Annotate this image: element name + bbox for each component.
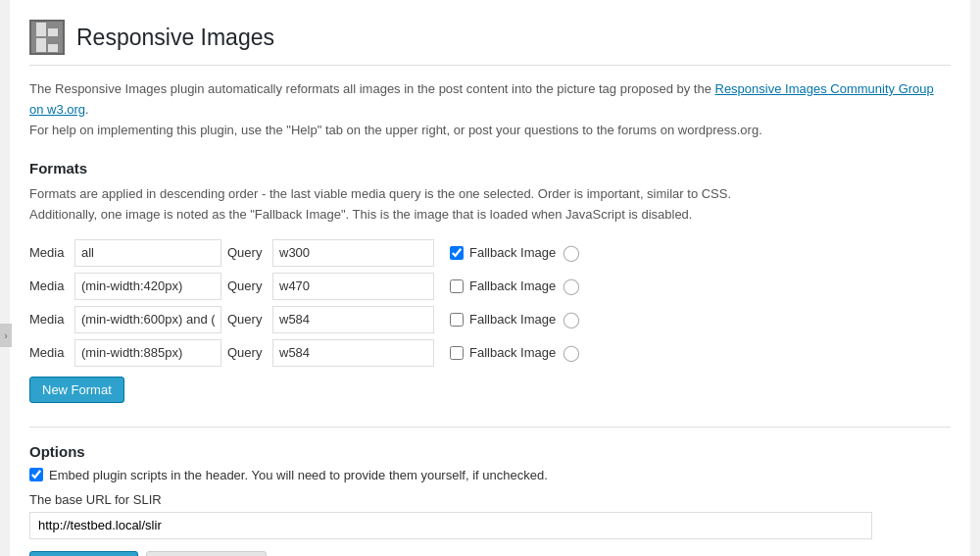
embed-label: Embed plugin scripts in the header. You … [49, 468, 548, 482]
query-label-1: Query [227, 245, 267, 260]
media-input-1[interactable] [74, 239, 221, 267]
query-input-2[interactable] [272, 273, 434, 300]
fallback-checkbox-2[interactable] [450, 279, 464, 293]
format-row-3: Media Query Fallback Image ◯ [29, 306, 951, 333]
fallback-group-4: Fallback Image ◯ [450, 345, 579, 361]
save-changes-button[interactable]: Save Changes [29, 551, 138, 556]
fallback-label-1: Fallback Image [469, 245, 558, 260]
media-input-2[interactable] [74, 273, 221, 300]
embed-checkbox[interactable] [29, 468, 43, 481]
query-input-1[interactable] [272, 239, 434, 267]
description-text-2: .For help on implementing this plugin, u… [29, 102, 762, 137]
fallback-group-2: Fallback Image ◯ [450, 278, 579, 294]
page-header: Responsive Images [29, 20, 951, 66]
restore-defaults-button[interactable]: Restore Defaults [146, 551, 267, 556]
embed-option-row: Embed plugin scripts in the header. You … [29, 468, 951, 482]
media-input-3[interactable] [74, 306, 221, 333]
options-section-title: Options [29, 443, 951, 460]
fallback-label-3: Fallback Image [469, 312, 558, 327]
actions-row: Save Changes Restore Defaults [29, 551, 951, 556]
plugin-icon [29, 20, 65, 55]
media-input-4[interactable] [74, 339, 221, 367]
description-text-1: The Responsive Images plugin automatical… [29, 81, 715, 96]
fallback-label-2: Fallback Image [469, 278, 558, 293]
media-label-3: Media [29, 312, 69, 327]
fallback-checkbox-4[interactable] [450, 346, 464, 360]
delete-row-2[interactable]: ◯ [564, 278, 579, 294]
new-format-button[interactable]: New Format [29, 377, 124, 403]
options-section: Options Embed plugin scripts in the head… [29, 443, 951, 556]
fallback-group-1: Fallback Image ◯ [450, 245, 579, 261]
icon-bar-1 [36, 23, 46, 36]
media-label-4: Media [29, 345, 69, 360]
page-description: The Responsive Images plugin automatical… [29, 79, 951, 140]
page-wrapper: Responsive Images The Responsive Images … [10, 0, 970, 556]
delete-row-1[interactable]: ◯ [564, 245, 579, 261]
base-url-label: The base URL for SLIR [29, 492, 951, 507]
icon-bar-3 [36, 38, 46, 52]
delete-row-4[interactable]: ◯ [564, 345, 579, 361]
format-row-2: Media Query Fallback Image ◯ [29, 273, 951, 300]
icon-bar-4 [48, 44, 58, 52]
media-label-2: Media [29, 278, 69, 293]
fallback-group-3: Fallback Image ◯ [450, 312, 579, 328]
page-title: Responsive Images [76, 25, 274, 51]
format-row-4: Media Query Fallback Image ◯ [29, 339, 951, 367]
query-label-4: Query [227, 345, 267, 360]
new-format-button-wrapper: New Format [29, 377, 951, 403]
delete-row-3[interactable]: ◯ [564, 312, 579, 328]
query-label-2: Query [227, 278, 267, 293]
query-label-3: Query [227, 312, 267, 327]
icon-bar-2 [48, 28, 58, 36]
query-input-4[interactable] [272, 339, 434, 367]
formats-section-desc: Formats are applied in descending order … [29, 184, 951, 226]
formats-section: Formats Formats are applied in descendin… [29, 160, 951, 403]
formats-section-title: Formats [29, 160, 951, 177]
divider [29, 427, 951, 428]
fallback-label-4: Fallback Image [469, 345, 558, 360]
query-input-3[interactable] [272, 306, 434, 333]
media-label-1: Media [29, 245, 69, 260]
fallback-checkbox-3[interactable] [450, 313, 464, 327]
base-url-input[interactable] [29, 512, 872, 539]
left-arrow-tab[interactable]: › [0, 324, 12, 347]
fallback-checkbox-1[interactable] [450, 246, 464, 260]
format-row-1: Media Query Fallback Image ◯ [29, 239, 951, 267]
